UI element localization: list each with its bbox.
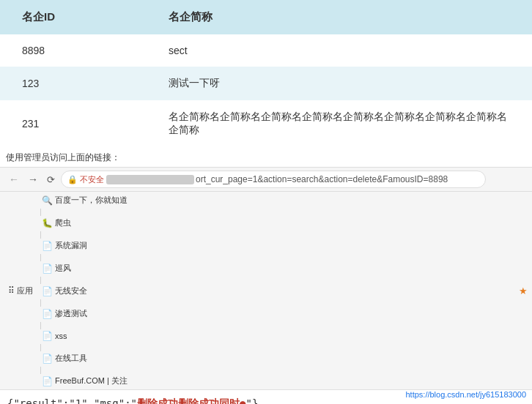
bookmark-label-7: 在线工具 [55,353,87,364]
bookmark-label-8: FreeBuf.COM | 关注 [55,375,128,386]
browser-url: ort_cur_page=1&action=search&action=dele… [106,174,479,184]
bookmark-icon-3: 📄 [42,263,53,274]
result-suffix: "} [245,397,258,404]
bookmark-label-5: 渗透测试 [55,308,87,319]
cell-id: 123 [0,67,147,100]
csdn-link-area: https://blog.csdn.net/jy615183000 [405,388,526,400]
col-header-id: 名企ID [0,0,147,34]
bookmark-list: 🔍百度一下，你就知道|🐛爬虫|📄系统漏洞|📄巡风|📄无线安全|📄渗透测试|📄xs… [38,193,131,388]
bookmark-item-4[interactable]: 📄无线安全 [38,284,131,298]
cell-name: 名企简称名企简称名企简称名企简称名企简称名企简称名企简称名企简称名企简称 [147,100,532,147]
bookmark-item-8[interactable]: 📄FreeBuf.COM | 关注 [38,374,131,388]
apps-icon: ⠿ [8,285,15,296]
bookmark-item-5[interactable]: 📄渗透测试 [38,307,131,321]
table-row: 231名企简称名企简称名企简称名企简称名企简称名企简称名企简称名企简称名企简称 [0,100,532,147]
bookmark-label-3: 巡风 [55,263,71,274]
col-header-name: 名企简称 [147,0,532,34]
bookmark-item-2[interactable]: 📄系统漏洞 [38,239,131,252]
cell-id: 231 [0,100,147,147]
bookmark-icon-8: 📄 [42,376,53,386]
bookmark-label-6: xss [55,332,67,340]
lock-icon: 🔒 [67,175,78,184]
bookmark-label-1: 爬虫 [55,217,71,228]
result-prefix: {"result":"1","msg":" [7,397,137,404]
bookmark-item-7[interactable]: 📄在线工具 [38,351,131,365]
bookmark-separator: | [40,298,42,307]
bookmark-icon-0: 🔍 [42,195,53,206]
bookmark-icon-4: 📄 [42,286,53,296]
apps-label: 应用 [17,285,33,296]
bookmark-separator: | [40,230,42,239]
bookmark-label-0: 百度一下，你就知道 [55,195,128,206]
bookmark-separator: | [40,321,42,329]
admin-label: 使用管理员访问上面的链接： [6,152,120,162]
forward-button[interactable]: → [25,172,41,187]
bookmark-separator: | [40,275,42,284]
table-row: 8898sect [0,34,532,67]
table-row: 123测试一下呀 [0,67,532,100]
cell-name: sect [147,34,532,67]
bookmark-icon-7: 📄 [42,354,53,364]
bookmark-separator: | [40,252,42,261]
url-blurred [106,175,194,184]
bookmark-item-0[interactable]: 🔍百度一下，你就知道 [38,193,131,207]
refresh-button[interactable]: ⟳ [44,173,58,187]
bookmark-icon-5: 📄 [42,309,53,319]
famous-enterprise-table: 名企ID 名企简称 8898sect123测试一下呀231名企简称名企简称名企简… [0,0,532,147]
bookmark-icon-2: 📄 [42,241,53,251]
csdn-link[interactable]: https://blog.csdn.net/jy615183000 [405,390,526,399]
browser-bar: ← → ⟳ 🔒 不安全 ort_cur_page=1&action=search… [0,167,532,192]
bookmark-separator: | [40,207,42,216]
cell-name: 测试一下呀 [147,67,532,100]
result-highlighted: 删除成功删除成功同时● [137,397,245,404]
admin-section: 使用管理员访问上面的链接： [0,147,532,167]
bookmark-item-3[interactable]: 📄巡风 [38,261,131,275]
not-secure-label: 不安全 [80,174,104,185]
bookmarks-bar: ⠿ 应用 🔍百度一下，你就知道|🐛爬虫|📄系统漏洞|📄巡风|📄无线安全|📄渗透测… [0,192,532,390]
apps-bookmark[interactable]: ⠿ 应用 [4,284,37,298]
bookmark-label-4: 无线安全 [55,285,87,296]
bookmark-separator: | [40,343,42,351]
bookmark-item-1[interactable]: 🐛爬虫 [38,216,131,230]
result-text: {"result":"1","msg":"删除成功删除成功同时●"} [7,397,258,404]
bookmark-separator: | [40,365,42,374]
back-button[interactable]: ← [6,172,22,187]
address-bar[interactable]: 🔒 不安全 ort_cur_page=1&action=search&actio… [61,171,486,188]
cell-id: 8898 [0,34,147,67]
bookmark-icon-6: 📄 [42,331,53,341]
bookmark-item-6[interactable]: 📄xss [38,329,131,343]
bookmark-label-2: 系统漏洞 [55,240,87,251]
star-icon: ★ [519,285,528,296]
bookmark-icon-1: 🐛 [42,218,53,228]
